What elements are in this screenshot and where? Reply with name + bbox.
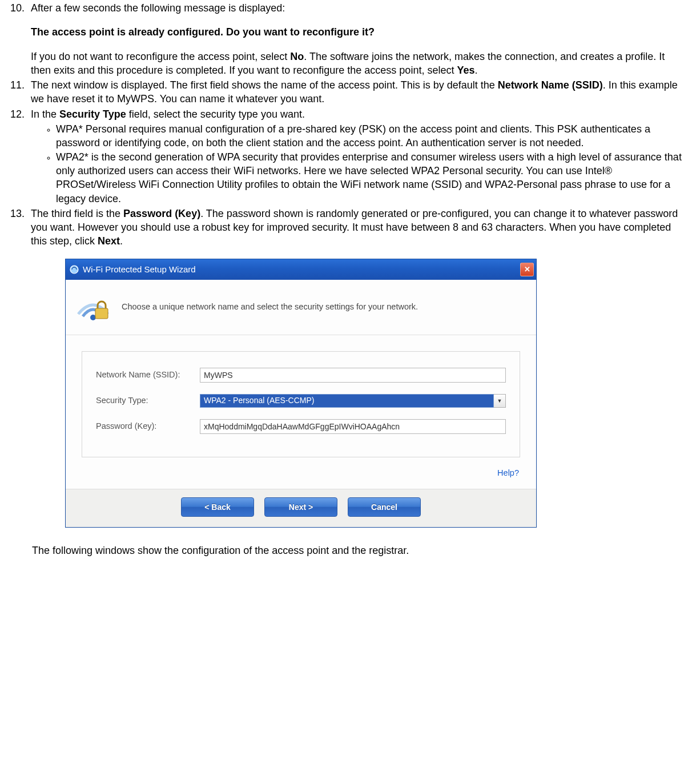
step-10-boldline: The access point is already configured. … — [31, 26, 375, 38]
row-sectype: Security Type: WPA2 - Personal (AES-CCMP… — [96, 394, 506, 408]
step-10-post-a: If you do not want to reconfigure the ac… — [31, 51, 290, 62]
banner: Choose a unique network name and select … — [66, 280, 536, 335]
step-12-sub-1: WPA2* is the second generation of WPA se… — [56, 150, 683, 206]
step-12-b: field, select the security type you want… — [126, 108, 305, 120]
step-13-c: . — [120, 235, 123, 247]
app-icon — [69, 264, 79, 275]
select-sectype-value: WPA2 - Personal (AES-CCMP) — [200, 394, 494, 408]
step-10-intro: After a few seconds the following messag… — [31, 2, 285, 14]
banner-text: Choose a unique network name and select … — [122, 301, 418, 313]
step-11: The next window is displayed. The first … — [27, 78, 683, 106]
chevron-down-icon: ▼ — [494, 394, 506, 408]
step-11-a: The next window is displayed. The first … — [31, 79, 498, 91]
close-button[interactable]: ✕ — [520, 263, 534, 276]
wizard-screenshot: Wi-Fi Protected Setup Wizard ✕ — [65, 259, 683, 528]
step-12-a: In the — [31, 108, 59, 120]
label-ssid: Network Name (SSID): — [96, 369, 200, 381]
instruction-list: After a few seconds the following messag… — [6, 1, 683, 528]
step-10: After a few seconds the following messag… — [27, 1, 683, 77]
form-area: Network Name (SSID): Security Type: WPA2… — [82, 351, 520, 457]
next-button[interactable]: Next > — [264, 497, 337, 517]
svg-rect-2 — [95, 308, 108, 319]
label-sectype: Security Type: — [96, 395, 200, 407]
step-12-sub-0: WPA* Personal requires manual configurat… — [56, 122, 683, 150]
label-password: Password (Key): — [96, 421, 200, 432]
wifi-lock-icon — [75, 291, 111, 323]
step-12-bold: Security Type — [59, 108, 126, 120]
close-icon: ✕ — [524, 264, 530, 275]
dialog-title: Wi-Fi Protected Setup Wizard — [83, 264, 520, 275]
dialog-body: Choose a unique network name and select … — [66, 280, 536, 528]
row-ssid: Network Name (SSID): — [96, 368, 506, 383]
row-password: Password (Key): — [96, 419, 506, 434]
step-12-sublist: WPA* Personal requires manual configurat… — [31, 122, 683, 206]
help-row: Help? — [66, 468, 536, 489]
step-12: In the Security Type field, select the s… — [27, 107, 683, 206]
cancel-button[interactable]: Cancel — [348, 497, 421, 517]
step-13-bold1: Password (Key) — [123, 208, 200, 219]
select-sectype[interactable]: WPA2 - Personal (AES-CCMP) ▼ — [200, 394, 506, 408]
input-password[interactable] — [200, 419, 506, 434]
step-13-bold2: Next — [98, 235, 120, 247]
wizard-dialog: Wi-Fi Protected Setup Wizard ✕ — [65, 259, 537, 528]
step-13: The third field is the Password (Key). T… — [27, 207, 683, 528]
step-13-a: The third field is the — [31, 208, 123, 219]
help-link[interactable]: Help? — [497, 468, 519, 477]
input-ssid[interactable] — [200, 368, 506, 383]
svg-point-0 — [70, 266, 78, 274]
button-bar: < Back Next > Cancel — [66, 489, 536, 527]
step-11-bold: Network Name (SSID) — [498, 79, 603, 91]
step-10-post-c: . — [474, 65, 477, 76]
titlebar: Wi-Fi Protected Setup Wizard ✕ — [66, 259, 536, 280]
step-10-yes: Yes — [457, 65, 474, 76]
step-10-no: No — [290, 51, 304, 62]
back-button[interactable]: < Back — [181, 497, 254, 517]
closing-paragraph: The following windows show the configura… — [32, 544, 683, 557]
